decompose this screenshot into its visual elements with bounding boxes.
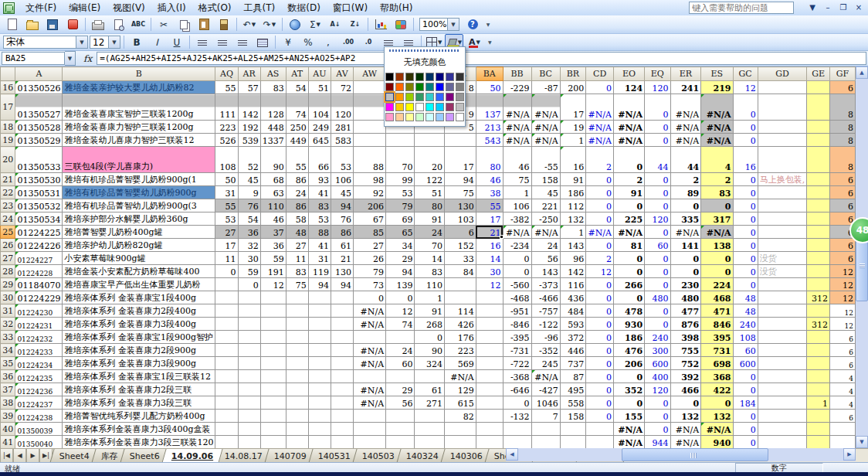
cell-BB39[interactable]: -132 — [503, 410, 531, 423]
cell-AX30[interactable]: 0 — [386, 291, 415, 304]
cell-GE38[interactable]: 1 — [807, 396, 830, 410]
cell-AY20[interactable]: 20 — [415, 147, 445, 173]
cut-icon[interactable]: ✂ — [154, 16, 173, 33]
cell-GD31[interactable] — [758, 304, 807, 318]
cell-GE33[interactable] — [807, 331, 830, 344]
cell-GD30[interactable] — [758, 291, 807, 304]
col-header-B[interactable]: B — [63, 67, 215, 81]
cell-EQ29[interactable]: 0 — [645, 278, 671, 291]
cell-ES30[interactable]: 468 — [701, 291, 733, 304]
cell-BB28[interactable]: 0 — [503, 265, 531, 278]
cell-AU31[interactable] — [308, 304, 331, 318]
cell-EO33[interactable]: 186 — [614, 331, 645, 344]
color-swatch[interactable] — [385, 113, 394, 121]
formula-input[interactable]: =(AG25+AH25+AI25+AJ25+AK25+AL25+AM25+AN2… — [97, 52, 866, 65]
cell-GF17[interactable]: 8 — [830, 94, 856, 121]
cell-GF40[interactable] — [830, 423, 856, 436]
cell-AW20[interactable]: 88 — [354, 147, 386, 173]
cell-GE36[interactable] — [807, 370, 830, 383]
print-preview-icon[interactable] — [109, 16, 127, 33]
cell-ER37[interactable]: 466 — [670, 383, 701, 396]
color-swatch[interactable] — [385, 83, 394, 91]
cell-AR17[interactable]: 142 — [238, 94, 260, 121]
cell-GF18[interactable]: 8 — [830, 121, 856, 134]
cell-B20[interactable]: 三联包4段(学儿喜康力) — [63, 147, 215, 173]
cell-GC30[interactable]: 48 — [733, 291, 758, 304]
cell-BC30[interactable]: -466 — [531, 291, 560, 304]
cell-AW33[interactable] — [354, 331, 386, 344]
col-header-BA[interactable]: BA — [476, 67, 503, 81]
cell-AT30[interactable] — [286, 291, 308, 304]
cell-BB32[interactable]: -846 — [503, 318, 531, 331]
cell-EQ28[interactable]: 0 — [645, 265, 671, 278]
cell-AU29[interactable]: 94 — [308, 278, 331, 291]
cell-AZ39[interactable]: 82 — [444, 410, 476, 423]
cell-BR22[interactable]: 186 — [560, 186, 586, 199]
cell-A35[interactable]: 01224234 — [15, 357, 63, 370]
cell-GE24[interactable] — [807, 212, 830, 226]
cell-BB29[interactable]: -560 — [503, 278, 531, 291]
cell-BC38[interactable]: 1046 — [531, 396, 560, 410]
cell-AU16[interactable]: 51 — [308, 81, 331, 94]
cell-BA31[interactable] — [476, 304, 503, 318]
cell-EQ35[interactable]: 600 — [645, 357, 671, 370]
cell-AU36[interactable] — [308, 370, 331, 383]
cell-AU25[interactable]: 88 — [308, 226, 331, 239]
cell-CD31[interactable]: 0 — [586, 304, 614, 318]
cell-A29[interactable]: 01184070 — [15, 278, 63, 291]
cell-AW36[interactable] — [354, 370, 386, 383]
cell-AW28[interactable]: 79 — [354, 265, 386, 278]
cell-AQ40[interactable] — [215, 423, 238, 436]
cell-AV29[interactable]: 94 — [331, 278, 353, 291]
cell-AR37[interactable] — [238, 383, 260, 396]
cell-AS23[interactable]: 110 — [260, 199, 286, 212]
cell-AW23[interactable]: 206 — [354, 199, 386, 212]
cell-AT19[interactable]: 449 — [286, 134, 308, 147]
cell-ER29[interactable]: 230 — [670, 278, 701, 291]
cell-GE39[interactable] — [807, 410, 830, 423]
cell-AV25[interactable]: 86 — [331, 226, 353, 239]
menu-item[interactable]: 编辑(E) — [63, 0, 107, 16]
cell-EO23[interactable]: 0 — [614, 199, 645, 212]
cell-AT23[interactable]: 86 — [286, 199, 308, 212]
cell-AS20[interactable]: 90 — [260, 147, 286, 173]
drawing-icon[interactable] — [392, 16, 410, 33]
chevron-down-icon[interactable]: ▼ — [108, 36, 120, 48]
zoom-select[interactable]: 100%▼ — [417, 16, 462, 33]
chevron-down-icon[interactable]: ▼ — [447, 19, 459, 30]
cell-AW24[interactable]: 67 — [354, 212, 386, 226]
cell-B32[interactable]: 雅培亲体系列 金装喜康力3段400g — [63, 318, 215, 331]
sheet-tab-14.09.06[interactable]: 14.09.06 — [161, 449, 222, 463]
cell-AU27[interactable]: 31 — [308, 252, 331, 265]
cell-BC27[interactable]: 56 — [531, 252, 560, 265]
cell-ER32[interactable]: 876 — [670, 318, 701, 331]
sort-ascending-icon[interactable]: A↓ — [326, 16, 344, 33]
cell-AX21[interactable]: 99 — [386, 173, 415, 186]
cell-AQ20[interactable]: 108 — [215, 147, 238, 173]
undo-icon[interactable]: ↶▼ — [240, 16, 259, 33]
cell-BA24[interactable]: 17 — [476, 212, 503, 226]
cell-AU34[interactable] — [308, 344, 331, 357]
cell-GF29[interactable]: 12 — [830, 278, 856, 291]
cell-ES16[interactable]: 219 — [701, 81, 733, 94]
cell-GE21[interactable] — [807, 173, 830, 186]
cell-EO25[interactable]: #N/A — [614, 226, 645, 239]
cell-BC22[interactable]: 45 — [531, 186, 560, 199]
row-header-34[interactable]: 34 — [1, 344, 15, 357]
cell-CD36[interactable]: 0 — [586, 370, 614, 383]
cell-AU38[interactable] — [308, 396, 331, 410]
cell-A25[interactable]: 01224225 — [15, 226, 63, 239]
cell-GD20[interactable] — [758, 147, 807, 173]
cell-ES39[interactable]: 132 — [701, 410, 733, 423]
cell-AT35[interactable] — [286, 357, 308, 370]
color-swatch[interactable] — [395, 103, 404, 111]
cell-BR36[interactable]: 87 — [560, 370, 586, 383]
cell-ES33[interactable]: 395 — [701, 331, 733, 344]
cell-CD35[interactable]: 0 — [586, 357, 614, 370]
cell-B21[interactable]: 雅培有机珍品菁智婴儿奶粉900g(1 — [63, 173, 215, 186]
cell-AT18[interactable]: 250 — [286, 121, 308, 134]
color-swatch[interactable] — [446, 113, 454, 121]
cell-A37[interactable]: 01224236 — [15, 383, 63, 396]
cell-BR21[interactable]: 91 — [560, 173, 586, 186]
cell-AR33[interactable] — [238, 331, 260, 344]
